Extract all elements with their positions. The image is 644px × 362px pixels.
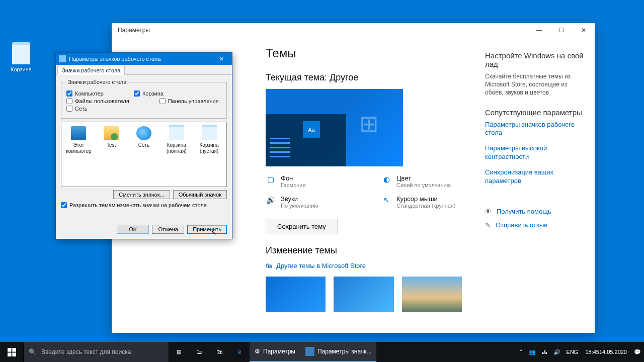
taskbar-app-dialog[interactable]: Параметры значк... [300, 342, 376, 362]
svg-rect-0 [8, 348, 12, 352]
tray-notifications-icon[interactable]: 💬 [631, 342, 644, 362]
help-icon: 👁 [485, 208, 492, 215]
speaker-icon: 🔊 [266, 195, 276, 205]
minimize-button[interactable]: — [528, 23, 550, 37]
taskbar-app-settings[interactable]: ⚙Параметры [250, 342, 300, 362]
recycle-bin-empty-icon [202, 126, 217, 140]
desktop-icon-settings-dialog: Параметры значков рабочего стола ✕ Значк… [55, 52, 232, 239]
link-desktop-icons[interactable]: Параметры значков рабочего стола [485, 121, 585, 138]
svg-rect-1 [12, 348, 16, 352]
theme-sounds[interactable]: 🔊ЗвукиПо умолчанию [266, 195, 371, 209]
change-icon-button[interactable]: Сменить значок... [113, 190, 170, 199]
desktop-recycle-bin[interactable]: Корзина [6, 44, 36, 72]
desktop-icons-group: Значки рабочего стола Компьютер Корзина … [61, 79, 227, 119]
theme-background[interactable]: ▢ФонГармония [266, 174, 371, 188]
dialog-title: Параметры значков рабочего стола [69, 56, 160, 62]
checkbox-computer[interactable]: Компьютер [66, 90, 104, 97]
network-icon [136, 126, 151, 140]
icon-preview-list: Этот компьютер Test Сеть Корзина (полная… [61, 122, 227, 187]
palette-icon: ◐ [381, 174, 391, 185]
store-icon: 🛍 [266, 262, 272, 269]
store-button[interactable]: 🛍 [209, 342, 229, 362]
tray-network-icon[interactable]: 🖧 [539, 342, 550, 362]
checkbox-control-panel[interactable]: Панель управления [159, 98, 219, 104]
cancel-button[interactable]: Отмена [152, 225, 184, 234]
file-explorer-button[interactable]: 🗂 [189, 342, 209, 362]
settings-titlebar[interactable]: Параметры — ☐ ✕ [112, 23, 595, 37]
customize-text: Скачайте бесплатные темы из Microsoft St… [485, 72, 585, 97]
tray-volume-icon[interactable]: 🔊 [550, 342, 564, 362]
dialog-close-button[interactable]: ✕ [213, 56, 230, 62]
get-help-link[interactable]: 👁Получить помощь [485, 208, 585, 215]
tray-people-icon[interactable]: 👥 [526, 342, 539, 362]
windows-icon [8, 348, 16, 356]
theme-thumbnail[interactable] [402, 277, 462, 312]
icon-item-bin-empty[interactable]: Корзина (пустая) [195, 126, 223, 154]
dialog-icon [59, 55, 66, 62]
recycle-bin-icon [12, 44, 30, 64]
recycle-bin-full-icon [169, 126, 184, 140]
link-high-contrast[interactable]: Параметры высокой контрастности [485, 144, 585, 161]
save-theme-button[interactable]: Сохранить тему [266, 219, 338, 234]
allow-themes-checkbox[interactable]: Разрешить темам изменять значки на рабоч… [61, 202, 227, 208]
picture-icon: ▢ [266, 174, 276, 185]
dialog-titlebar[interactable]: Параметры значков рабочего стола ✕ [56, 53, 232, 65]
gear-icon: ⚙ [255, 348, 260, 355]
link-sync[interactable]: Синхронизация ваших параметров [485, 168, 585, 186]
change-theme-heading: Изменение темы [266, 245, 462, 256]
checkbox-user-files[interactable]: Файлы пользователя [66, 98, 129, 104]
taskbar: 🔍Введите здесь текст для поиска ⊞ 🗂 🛍 e … [0, 342, 644, 362]
taskbar-search[interactable]: 🔍Введите здесь текст для поиска [23, 342, 169, 362]
edge-button[interactable]: e [229, 342, 250, 362]
settings-title: Параметры [118, 27, 150, 34]
dialog-taskbar-icon [305, 347, 314, 356]
customize-heading: Настройте Windows на свой лад [485, 51, 585, 68]
theme-preview[interactable]: Aa ⊞ [266, 89, 403, 166]
current-theme-label: Текущая тема: Другое [266, 72, 462, 83]
icon-item-this-pc[interactable]: Этот компьютер [64, 126, 93, 154]
preview-tile: Aa [303, 121, 320, 138]
icon-item-network[interactable]: Сеть [130, 126, 158, 148]
default-icon-button[interactable]: Обычный значок [173, 190, 227, 199]
icon-item-test[interactable]: Test [97, 126, 126, 148]
feedback-link[interactable]: ✎Отправить отзыв [485, 221, 585, 229]
more-themes-link[interactable]: 🛍Другие темы в Microsoft Store [266, 262, 462, 269]
group-label: Значки рабочего стола [66, 79, 128, 85]
close-button[interactable]: ✕ [573, 23, 595, 37]
tab-desktop-icons[interactable]: Значки рабочего стола [57, 66, 125, 75]
checkbox-network[interactable]: Сеть [66, 106, 87, 112]
related-heading: Сопутствующие параметры [485, 108, 585, 117]
start-button[interactable] [0, 342, 23, 362]
apply-button[interactable]: Применить [187, 225, 227, 234]
tray-language[interactable]: ENG [564, 342, 582, 362]
search-icon: 🔍 [29, 348, 36, 355]
desktop-icon-label: Корзина [6, 66, 36, 72]
windows-logo-icon: ⊞ [359, 110, 379, 137]
tray-chevron-up-icon[interactable]: ˄ [517, 342, 526, 362]
page-title: Темы [266, 46, 462, 60]
checkbox-recycle-bin[interactable]: Корзина [134, 90, 164, 97]
theme-thumbnail[interactable] [266, 277, 326, 312]
user-folder-icon [104, 126, 119, 140]
search-placeholder: Введите здесь текст для поиска [41, 348, 131, 355]
maximize-button[interactable]: ☐ [550, 23, 573, 37]
svg-rect-3 [12, 352, 16, 356]
theme-thumbnail[interactable] [334, 277, 393, 312]
theme-cursor[interactable]: ↖Курсор мышиСтандартная (крупная) [381, 195, 482, 209]
svg-rect-2 [8, 352, 12, 356]
feedback-icon: ✎ [485, 221, 491, 229]
ok-button[interactable]: OK [117, 225, 149, 234]
task-view-button[interactable]: ⊞ [169, 342, 189, 362]
theme-color[interactable]: ◐ЦветСиний по умолчанию [381, 174, 482, 188]
pc-icon [71, 126, 86, 140]
cursor-icon: ↖ [381, 195, 391, 205]
icon-item-bin-full[interactable]: Корзина (полная) [162, 126, 191, 154]
tray-clock[interactable]: 18:4514.05.2020 [581, 342, 631, 362]
